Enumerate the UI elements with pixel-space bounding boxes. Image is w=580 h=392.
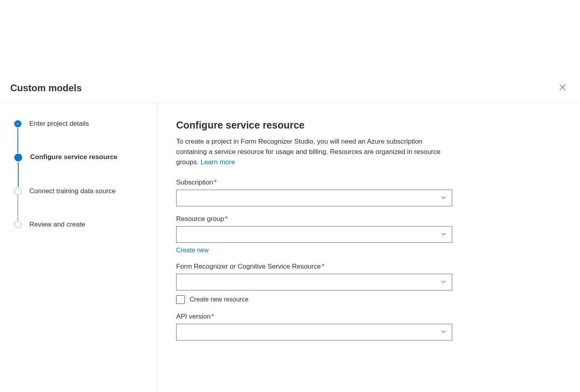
section-title: Configure service resource [176, 119, 561, 131]
form-recognizer-label: Form Recognizer or Cognitive Service Res… [176, 263, 561, 271]
form-recognizer-select[interactable] [176, 274, 452, 290]
step-connector [17, 196, 18, 220]
wizard-step-enter-project-details[interactable]: Enter project details [14, 120, 157, 154]
dialog-title: Custom models [10, 83, 82, 94]
learn-more-link[interactable]: Learn more [200, 158, 235, 166]
create-new-resource-checkbox-label[interactable]: Create new resource [190, 296, 249, 303]
required-asterisk: * [322, 263, 325, 270]
create-new-resource-checkbox-row: Create new resource [176, 295, 561, 304]
create-new-resource-group-link[interactable]: Create new [176, 247, 209, 254]
api-version-label: API version* [176, 313, 561, 321]
step-indicator-current-icon [14, 154, 22, 161]
required-asterisk: * [214, 179, 217, 186]
wizard-step-configure-service-resource[interactable]: Configure service resource [14, 154, 157, 188]
resource-group-select[interactable] [176, 226, 452, 243]
step-indicator-upcoming-icon [14, 221, 21, 228]
wizard-sidebar: Enter project details Configure service … [0, 103, 158, 392]
chevron-down-icon [441, 279, 446, 286]
step-label: Configure service resource [30, 154, 117, 161]
api-version-field-group: API version* [176, 313, 561, 340]
subscription-field-group: Subscription* [176, 179, 561, 206]
step-label: Enter project details [29, 120, 89, 127]
step-connector [17, 128, 18, 153]
subscription-label: Subscription* [176, 179, 561, 186]
resource-group-field-group: Resource group* Create new [176, 215, 561, 254]
wizard-step-review-and-create[interactable]: Review and create [14, 221, 157, 228]
wizard-step-connect-training-data-source[interactable]: Connect training data source [14, 188, 157, 221]
close-icon [559, 84, 566, 92]
create-new-resource-checkbox[interactable] [176, 295, 185, 304]
required-asterisk: * [211, 313, 214, 320]
step-indicator-upcoming-icon [14, 188, 21, 195]
required-asterisk: * [225, 215, 228, 223]
wizard-step-list: Enter project details Configure service … [14, 120, 157, 228]
step-connector [18, 162, 19, 187]
step-label: Review and create [29, 221, 85, 228]
step-indicator-completed-icon [14, 120, 21, 127]
resource-group-label: Resource group* [176, 215, 561, 223]
api-version-select[interactable] [176, 324, 452, 340]
chevron-down-icon [441, 195, 446, 202]
section-description: To create a project in Form Recognizer S… [176, 136, 454, 167]
content-wrapper: Enter project details Configure service … [0, 103, 580, 392]
step-label: Connect training data source [29, 188, 115, 195]
dialog-header: Custom models [0, 72, 580, 103]
chevron-down-icon [441, 231, 446, 238]
subscription-select[interactable] [176, 190, 452, 206]
chevron-down-icon [441, 329, 446, 336]
form-recognizer-field-group: Form Recognizer or Cognitive Service Res… [176, 263, 561, 304]
main-panel: Configure service resource To create a p… [158, 103, 580, 392]
close-button[interactable] [556, 82, 569, 94]
